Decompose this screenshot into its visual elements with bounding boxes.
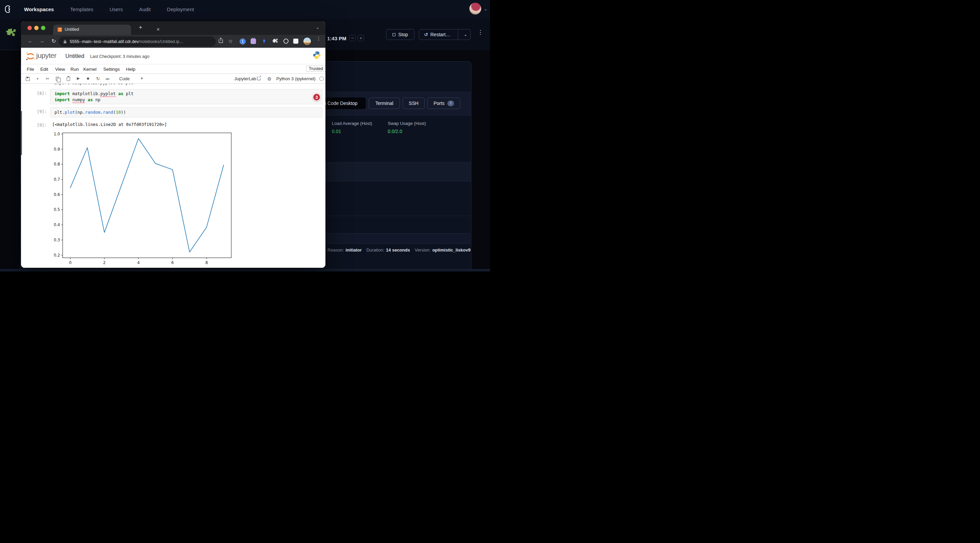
page-bottom-strip <box>0 269 490 272</box>
restart-options-caret[interactable]: ⌄ <box>461 32 470 37</box>
top-navbar: Workspaces Templates Users Audit Deploym… <box>0 0 490 19</box>
window-close-button[interactable] <box>27 26 32 30</box>
nav-items: Workspaces Templates Users Audit Deploym… <box>24 0 194 19</box>
svg-text:0.8: 0.8 <box>54 162 60 167</box>
menu-view[interactable]: View <box>55 67 65 72</box>
menu-file[interactable]: File <box>27 67 34 72</box>
code-line: import numpy as np <box>54 97 100 102</box>
kernel-name[interactable]: Python 3 (ipykernel) <box>276 76 316 81</box>
workspace-puzzle-icon <box>6 28 16 38</box>
nav-item-workspaces[interactable]: Workspaces <box>24 6 54 12</box>
button-divider <box>458 29 458 40</box>
onepassword-extension-icon[interactable]: 1 <box>240 38 245 44</box>
paste-cell-icon[interactable] <box>67 77 70 81</box>
menu-kernel[interactable]: Kernel <box>83 67 97 72</box>
browser-profile-avatar[interactable] <box>304 38 311 45</box>
interrupt-kernel-icon[interactable]: ■ <box>87 76 89 81</box>
code-line: import matplotlib.pyplot as plt <box>54 91 134 96</box>
user-avatar[interactable] <box>469 3 481 14</box>
code-line: plt.plot(np.random.rand(10)) <box>54 110 126 115</box>
selected-cell-indicator <box>21 111 22 155</box>
run-all-icon[interactable]: »» <box>105 76 109 81</box>
ssh-label: SSH <box>409 100 418 106</box>
browser-menu-kebab-icon[interactable]: ⋮ <box>316 38 320 40</box>
code-cell-input[interactable]: plt.plot(np.random.rand(10)) <box>50 107 322 117</box>
build-reason: Reason:initiator <box>328 248 362 252</box>
svg-text:0.4: 0.4 <box>54 222 60 227</box>
terminal-button[interactable]: Terminal <box>369 97 400 109</box>
stop-workspace-button[interactable]: Stop <box>386 29 415 40</box>
jupyter-brand-text: jupyter <box>36 51 57 60</box>
tab-title: Untitled <box>65 27 79 32</box>
nav-item-templates[interactable]: Templates <box>70 6 93 12</box>
address-bar[interactable]: 5555--main--test--matifali.atif.cdr.dev/… <box>59 37 216 46</box>
window-fullscreen-button[interactable] <box>41 26 45 30</box>
ssh-button[interactable]: SSH <box>402 97 425 109</box>
svg-text:0: 0 <box>69 260 72 265</box>
restart-workspace-button[interactable]: ↺ Restart… ⌄ <box>419 29 471 40</box>
jupyterlab-link[interactable]: JupyterLab <box>234 76 256 81</box>
restart-kernel-icon[interactable]: ↻ <box>96 76 100 81</box>
ports-button[interactable]: Ports 7 <box>427 97 460 109</box>
checkpoint-status: Last Checkpoint: 3 minutes ago <box>90 54 150 59</box>
cut-cell-icon[interactable]: ✂ <box>46 76 49 81</box>
vscode-desktop-label: VS Code Desktop <box>320 100 357 106</box>
output-prompt: [9]: <box>37 123 47 128</box>
debugger-icon[interactable]: ⚙ <box>267 76 272 82</box>
cell-type-dropdown[interactable]: Code <box>119 76 130 81</box>
browser-tabstrip: Untitled ✕ + ⌄ <box>21 21 325 35</box>
save-icon[interactable] <box>26 77 30 81</box>
cat-extension-icon[interactable] <box>251 38 256 44</box>
add-cell-icon[interactable]: + <box>36 76 39 81</box>
forward-icon[interactable]: → <box>39 38 45 44</box>
trusted-button[interactable]: Trusted <box>306 66 325 72</box>
nav-item-users[interactable]: Users <box>110 6 123 12</box>
cell-type-caret-icon[interactable]: ▾ <box>141 76 143 81</box>
notification-badge[interactable]: 3 <box>313 93 321 101</box>
code-cell-input[interactable]: import matplotlib.pyplot as plt import n… <box>50 89 322 104</box>
external-link-icon[interactable] <box>257 77 261 80</box>
browser-window: Untitled ✕ + ⌄ ← → ↻ 5555--main--test--m… <box>21 21 325 268</box>
tab-search-chevron-icon[interactable]: ⌄ <box>316 25 319 30</box>
zoom-out-button[interactable]: − <box>349 35 356 41</box>
screen: Workspaces Templates Users Audit Deploym… <box>0 0 490 272</box>
bookmark-star-icon[interactable]: ☆ <box>228 38 233 44</box>
menu-edit[interactable]: Edit <box>40 67 48 72</box>
svg-text:2: 2 <box>103 260 106 265</box>
lock-icon <box>63 40 67 44</box>
swap-usage-label: Swap Usage (Host) <box>388 121 426 126</box>
nav-item-deployment[interactable]: Deployment <box>167 6 194 12</box>
python-logo-icon <box>313 51 321 60</box>
restart-label: Restart… <box>430 32 450 37</box>
extensions-puzzle-icon[interactable] <box>272 38 278 44</box>
reload-icon[interactable]: ↻ <box>51 38 56 44</box>
coder-logo-icon[interactable] <box>4 5 13 14</box>
kernel-status-icon <box>319 76 324 81</box>
terminal-label: Terminal <box>375 100 393 106</box>
restart-icon: ↺ <box>424 32 428 37</box>
browser-tab[interactable]: Untitled ✕ <box>53 25 131 35</box>
back-icon[interactable]: ← <box>28 38 33 44</box>
nav-item-audit[interactable]: Audit <box>139 6 151 12</box>
notebook-title[interactable]: Untitled <box>65 53 84 59</box>
load-average-label: Load Average (Host) <box>332 121 372 126</box>
window-minimize-button[interactable] <box>34 26 38 30</box>
zoom-in-button[interactable]: + <box>358 35 364 41</box>
run-cell-icon[interactable]: ▶ <box>77 76 80 81</box>
copy-cell-icon[interactable] <box>56 77 59 81</box>
extension-ring-icon[interactable] <box>283 38 288 44</box>
workspace-menu-kebab-icon[interactable]: ⋮ <box>477 31 482 33</box>
menu-settings[interactable]: Settings <box>103 67 120 72</box>
menu-run[interactable]: Run <box>70 67 79 72</box>
extension-square-icon[interactable] <box>293 38 298 44</box>
tab-close-icon[interactable]: ✕ <box>156 27 160 32</box>
svg-text:0.3: 0.3 <box>54 238 60 242</box>
svg-text:4: 4 <box>137 260 140 265</box>
chevron-down-icon[interactable]: ⌄ <box>484 6 488 12</box>
new-tab-button[interactable]: + <box>139 24 142 31</box>
share-icon[interactable] <box>218 38 223 43</box>
lightning-extension-icon[interactable] <box>262 38 266 44</box>
ports-label: Ports <box>433 100 445 106</box>
ports-count-badge: 7 <box>447 100 454 106</box>
menu-help[interactable]: Help <box>126 67 135 72</box>
